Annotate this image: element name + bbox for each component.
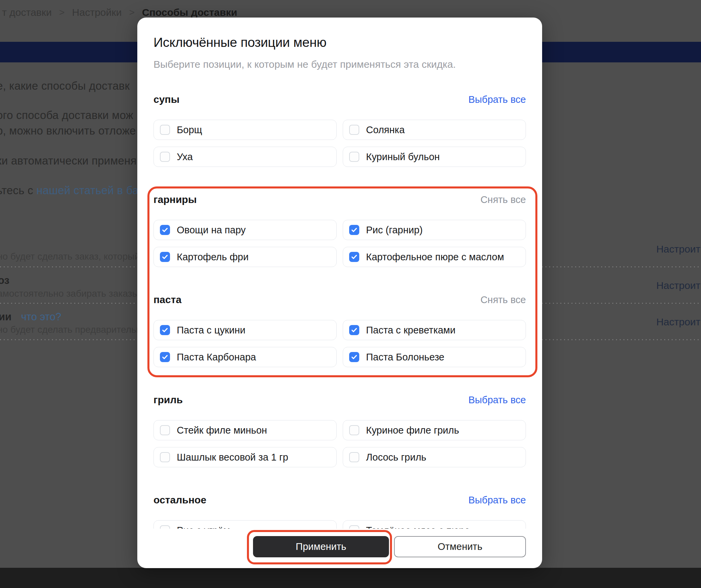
menu-item-label: Уха	[177, 151, 193, 163]
breadcrumb-item-settings[interactable]: Настройки	[72, 7, 122, 18]
menu-item-checkbox-card[interactable]: Овощи на пару	[153, 220, 337, 240]
menu-item-label: Стейк филе миньон	[177, 425, 267, 436]
section-items-grid: БорщСолянкаУхаКуриный бульон	[153, 120, 526, 167]
menu-item-checkbox-card[interactable]: Шашлык весовой за 1 гр	[153, 447, 337, 467]
checkbox-unchecked[interactable]	[160, 152, 170, 162]
section-title: супы	[153, 94, 179, 105]
menu-item-checkbox-card[interactable]: Паста Болоньезе	[343, 347, 526, 367]
checkbox-unchecked[interactable]	[349, 125, 359, 135]
section-title: остальное	[153, 494, 206, 506]
checkbox-checked[interactable]	[349, 252, 359, 262]
menu-item-checkbox-card[interactable]: Картофель фри	[153, 247, 337, 267]
menu-item-label: Солянка	[366, 124, 405, 136]
menu-item-label: Лосось гриль	[366, 452, 426, 463]
checkbox-checked[interactable]	[160, 252, 170, 262]
select-all-link[interactable]: Выбрать все	[468, 394, 526, 406]
menu-item-label: Овощи на пару	[177, 225, 246, 236]
checkbox-unchecked[interactable]	[160, 452, 170, 462]
row-heading: оз	[0, 274, 9, 287]
section-header: остальноеВыбрать все	[153, 494, 526, 506]
modal-sections: супыВыбрать всеБорщСолянкаУхаКуриный бул…	[153, 94, 526, 540]
checkbox-unchecked[interactable]	[349, 425, 359, 435]
what-is-it-link[interactable]: что это?	[21, 311, 61, 323]
breadcrumb: т доставки > Настройки > Способы доставк…	[2, 7, 237, 18]
background-paragraph: е, какие способы доставк	[0, 80, 130, 92]
row-heading: иичто это?	[0, 311, 61, 323]
bottom-dark-band	[0, 568, 701, 588]
background-paragraph: ки автоматически применя	[0, 154, 137, 167]
menu-item-label: Куриный бульон	[366, 151, 440, 163]
breadcrumb-item-delivery-methods: Способы доставки	[142, 7, 237, 18]
chevron-right-icon: >	[129, 7, 135, 18]
menu-item-checkbox-card[interactable]: Паста с цукини	[153, 320, 337, 340]
section-title: паста	[153, 294, 181, 305]
section-header: супыВыбрать все	[153, 94, 526, 105]
background-paragraph: ого способа доставки мож	[0, 109, 133, 122]
menu-item-checkbox-card[interactable]: Картофельное пюре с маслом	[343, 247, 526, 267]
menu-item-label: Картофель фри	[177, 252, 249, 263]
modal-title: Исключённые позиции меню	[153, 35, 526, 50]
excluded-menu-items-modal: Исключённые позиции меню Выберите позици…	[137, 18, 542, 568]
select-all-link[interactable]: Выбрать все	[468, 494, 526, 506]
section-items-grid: Стейк филе миньонКуриное филе грильШашлы…	[153, 420, 526, 467]
configure-link[interactable]: Настроить	[656, 316, 701, 328]
configure-link[interactable]: Настроить	[656, 243, 701, 255]
article-link[interactable]: нашей статьей в ба	[36, 184, 139, 197]
section-header: пастаСнять все	[153, 294, 526, 305]
menu-item-label: Борщ	[177, 124, 202, 136]
menu-item-label: Картофельное пюре с маслом	[366, 252, 504, 263]
menu-item-checkbox-card[interactable]: Стейк филе миньон	[153, 420, 337, 440]
background-paragraph: р, можно включить отложе	[0, 124, 136, 137]
section-title: гриль	[153, 394, 183, 406]
menu-section-гарниры: гарнирыСнять всеОвощи на паруРис (гарнир…	[153, 194, 526, 267]
menu-section-супы: супыВыбрать всеБорщСолянкаУхаКуриный бул…	[153, 94, 526, 167]
menu-item-label: Шашлык весовой за 1 гр	[177, 452, 288, 463]
checkbox-checked[interactable]	[349, 352, 359, 362]
menu-item-label: Паста Карбонара	[177, 352, 256, 363]
checkbox-checked[interactable]	[160, 225, 170, 235]
modal-footer: Применить Отменить	[153, 529, 526, 568]
checkbox-unchecked[interactable]	[160, 425, 170, 435]
cancel-button[interactable]: Отменить	[394, 536, 526, 557]
menu-item-checkbox-card[interactable]: Борщ	[153, 120, 337, 140]
menu-item-checkbox-card[interactable]: Лосось гриль	[343, 447, 526, 467]
menu-item-checkbox-card[interactable]: Солянка	[343, 120, 526, 140]
menu-item-label: Паста с цукини	[177, 325, 245, 336]
checkbox-checked[interactable]	[349, 225, 359, 235]
section-items-grid: Овощи на паруРис (гарнир)Картофель фриКа…	[153, 220, 526, 267]
menu-item-checkbox-card[interactable]: Рис (гарнир)	[343, 220, 526, 240]
checkbox-unchecked[interactable]	[349, 452, 359, 462]
chevron-right-icon: >	[59, 7, 64, 18]
menu-item-label: Паста с креветками	[366, 325, 455, 336]
menu-item-checkbox-card[interactable]: Куриное филе гриль	[343, 420, 526, 440]
select-all-link[interactable]: Выбрать все	[468, 94, 526, 105]
checkbox-unchecked[interactable]	[349, 152, 359, 162]
menu-section-паста: пастаСнять всеПаста с цукиниПаста с крев…	[153, 294, 526, 367]
checkbox-unchecked[interactable]	[160, 125, 170, 135]
checkbox-checked[interactable]	[349, 325, 359, 335]
menu-item-label: Паста Болоньезе	[366, 352, 444, 363]
section-items-grid: Паста с цукиниПаста с креветкамиПаста Ка…	[153, 320, 526, 367]
checkbox-checked[interactable]	[160, 352, 170, 362]
checkbox-checked[interactable]	[160, 325, 170, 335]
modal-subtitle: Выберите позиции, к которым не будет при…	[153, 59, 526, 70]
menu-item-label: Рис (гарнир)	[366, 225, 423, 236]
menu-item-checkbox-card[interactable]: Куриный бульон	[343, 147, 526, 167]
menu-section-гриль: грильВыбрать всеСтейк филе миньонКуриное…	[153, 394, 526, 467]
breadcrumb-item-delivery[interactable]: т доставки	[2, 7, 52, 18]
configure-link[interactable]: Настроить	[656, 280, 701, 291]
deselect-all-link[interactable]: Снять все	[480, 294, 526, 305]
apply-button[interactable]: Применить	[253, 536, 389, 557]
background-paragraph: ьтесь с нашей статьей в ба	[0, 184, 139, 197]
section-header: грильВыбрать все	[153, 394, 526, 406]
section-title: гарниры	[153, 194, 197, 205]
deselect-all-link[interactable]: Снять все	[480, 194, 526, 205]
menu-item-checkbox-card[interactable]: Паста с креветками	[343, 320, 526, 340]
menu-item-label: Куриное филе гриль	[366, 425, 459, 436]
menu-item-checkbox-card[interactable]: Паста Карбонара	[153, 347, 337, 367]
section-header: гарнирыСнять все	[153, 194, 526, 205]
menu-item-checkbox-card[interactable]: Уха	[153, 147, 337, 167]
